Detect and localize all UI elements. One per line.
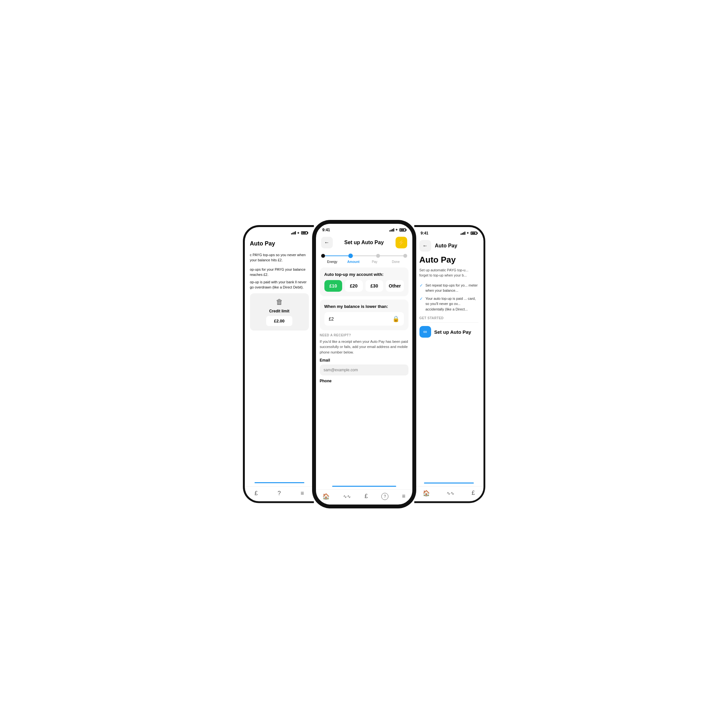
phone-label: Phone — [320, 379, 408, 383]
right-nav-usage[interactable]: ∿∿ — [447, 491, 454, 496]
center-nav-header: ← Set up Auto Pay ⚡ — [316, 234, 412, 251]
battery-icon — [301, 231, 307, 234]
left-desc1: c PAYG top-ups so you never when your ba… — [250, 252, 309, 263]
center-bottom-nav: 🏠 ∿∿ £ ? ≡ — [316, 489, 412, 505]
step-line-2 — [353, 255, 376, 256]
center-status-bar: 9:41 ⌖ — [316, 224, 412, 234]
center-status-icons: ⌖ — [389, 228, 406, 232]
wifi-icon: ⌖ — [297, 231, 299, 235]
setup-btn-label: Set up Auto Pay — [434, 329, 471, 335]
center-wifi-icon: ⌖ — [396, 228, 398, 232]
right-big-title: Auto Pay — [419, 255, 478, 265]
step-dot-energy — [321, 254, 325, 258]
right-nav-payments[interactable]: £ — [471, 489, 475, 496]
email-label: Email — [320, 358, 408, 362]
left-bottom-nav: £ ? ≡ — [245, 486, 314, 501]
infinity-icon: ∞ — [419, 326, 431, 338]
center-nav-home[interactable]: 🏠 — [323, 493, 330, 500]
signal-icon — [291, 231, 296, 234]
right-desc: Set up automatic PAYG top-u... forget to… — [419, 268, 478, 278]
center-content: ← Set up Auto Pay ⚡ Energy Amount P — [316, 234, 412, 505]
center-nav-title: Set up Auto Pay — [344, 240, 384, 245]
balance-row: £2 🔒 — [324, 312, 404, 326]
receipt-desc: If you'd like a receipt when your Auto P… — [320, 339, 408, 355]
balance-title: When my balance is lower than: — [324, 304, 404, 309]
left-status-icons: ⌖ — [291, 231, 307, 235]
center-nav-payments[interactable]: £ — [364, 493, 368, 500]
center-phone: 9:41 ⌖ ← Set up Auto Pay ⚡ — [314, 222, 414, 506]
center-nav-menu[interactable]: ≡ — [402, 493, 405, 500]
check-icon-1: ✓ — [419, 283, 423, 288]
receipt-label: NEED A RECEIPT? — [320, 333, 408, 337]
step-label-pay: Pay — [364, 260, 385, 264]
step-label-energy: Energy — [322, 260, 343, 264]
step-dot-pay — [376, 254, 380, 258]
center-nav-help[interactable]: ? — [381, 493, 388, 500]
check-icon-2: ✓ — [419, 296, 423, 301]
credit-label: Credit limit — [269, 309, 289, 314]
nav-help[interactable]: ? — [277, 490, 281, 497]
steps-track — [321, 254, 407, 258]
lock-icon: 🔒 — [392, 315, 399, 323]
left-phone: ⌖ Auto Pay c PAYG top-ups so you never w… — [243, 225, 314, 503]
check-text-2: Your auto top-up is paid ... card, so yo… — [426, 296, 478, 312]
check-text-1: Set repeat top-ups for yo... meter when … — [426, 283, 478, 293]
center-signal-icon — [389, 228, 394, 232]
left-desc2: op-ups for your PAYG your balance reache… — [250, 267, 309, 277]
nav-payments[interactable]: £ — [254, 490, 258, 497]
step-dot-amount — [348, 254, 353, 258]
nav-menu[interactable]: ≡ — [300, 490, 304, 497]
step-label-done: Done — [385, 260, 407, 264]
get-started-label: GET STARTED — [419, 316, 478, 320]
center-battery-icon — [399, 228, 406, 232]
right-signal-icon — [460, 232, 465, 235]
step-dot-done — [403, 254, 407, 258]
setup-auto-pay-button[interactable]: ∞ Set up Auto Pay — [419, 326, 478, 338]
step-line-1 — [325, 255, 348, 256]
left-header: Auto Pay — [250, 237, 309, 252]
right-content: ← Auto Pay Auto Pay Set up automatic PAY… — [414, 237, 483, 360]
credit-value: £2.00 — [266, 316, 292, 326]
step-label-amount: Amount — [343, 260, 364, 264]
amount-20[interactable]: £20 — [345, 280, 363, 292]
right-nav-title: Auto Pay — [435, 243, 457, 249]
center-time: 9:41 — [323, 228, 330, 232]
lightning-button[interactable]: ⚡ — [396, 237, 407, 248]
check-item-1: ✓ Set repeat top-ups for yo... meter whe… — [419, 283, 478, 293]
balance-value: £2 — [329, 316, 334, 321]
back-button[interactable]: ← — [321, 237, 333, 248]
topup-section: Auto top-up my account with: £10 £20 £30… — [320, 268, 408, 296]
divider — [419, 323, 478, 323]
left-credit-card: 🗑 Credit limit £2.00 — [250, 293, 309, 330]
balance-section: When my balance is lower than: £2 🔒 — [320, 300, 408, 330]
left-status-bar: ⌖ — [245, 227, 314, 237]
steps-container: Energy Amount Pay Done — [316, 251, 412, 268]
right-nav-home[interactable]: 🏠 — [423, 489, 430, 497]
steps-labels: Energy Amount Pay Done — [321, 260, 407, 264]
scene: ⌖ Auto Pay c PAYG top-ups so you never w… — [202, 202, 526, 526]
right-battery-icon — [471, 232, 477, 235]
amount-30[interactable]: £30 — [366, 280, 384, 292]
right-back-button[interactable]: ← — [419, 240, 431, 252]
trash-icon: 🗑 — [276, 298, 283, 306]
right-nav: ← Auto Pay — [419, 237, 478, 255]
right-time: 9:41 — [421, 231, 428, 236]
center-nav-usage[interactable]: ∿∿ — [343, 494, 351, 499]
right-status-bar: 9:41 ⌖ — [414, 227, 483, 237]
left-desc3: op-up is paid with your bank ll never go… — [250, 280, 309, 290]
right-wifi-icon: ⌖ — [467, 231, 469, 235]
topup-title: Auto top-up my account with: — [324, 272, 404, 277]
amount-options: £10 £20 £30 Other — [324, 280, 404, 292]
step-line-3 — [380, 255, 403, 256]
right-bottom-nav: 🏠 ∿∿ £ — [414, 486, 483, 501]
email-input[interactable] — [320, 364, 408, 375]
check-item-2: ✓ Your auto top-up is paid ... card, so … — [419, 296, 478, 312]
right-phone: 9:41 ⌖ ← Auto Pay Auto Pay Set up automa… — [414, 225, 485, 503]
amount-10[interactable]: £10 — [324, 280, 343, 292]
right-status-icons: ⌖ — [460, 231, 477, 235]
receipt-section: NEED A RECEIPT? If you'd like a receipt … — [316, 333, 412, 388]
left-content: Auto Pay c PAYG top-ups so you never whe… — [245, 237, 314, 482]
amount-other[interactable]: Other — [386, 280, 404, 292]
